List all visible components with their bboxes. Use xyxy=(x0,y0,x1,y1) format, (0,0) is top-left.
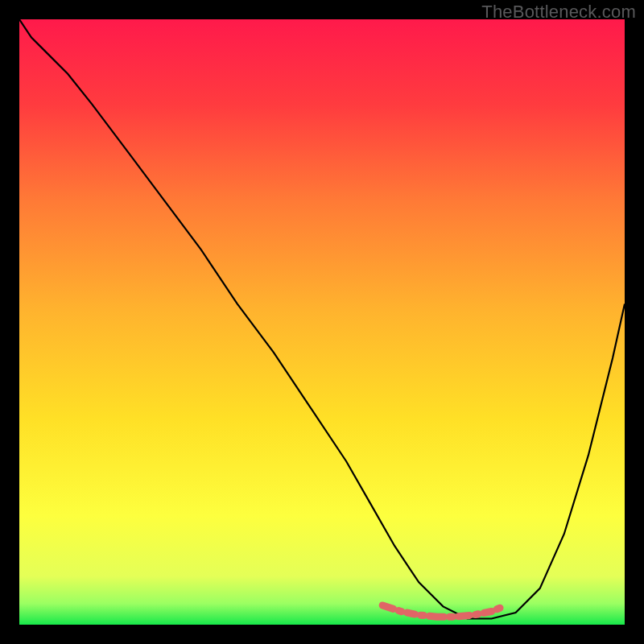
gradient-background xyxy=(19,19,625,625)
bottleneck-chart xyxy=(19,19,625,625)
watermark-text: TheBottleneck.com xyxy=(481,2,636,23)
chart-frame xyxy=(19,19,625,625)
